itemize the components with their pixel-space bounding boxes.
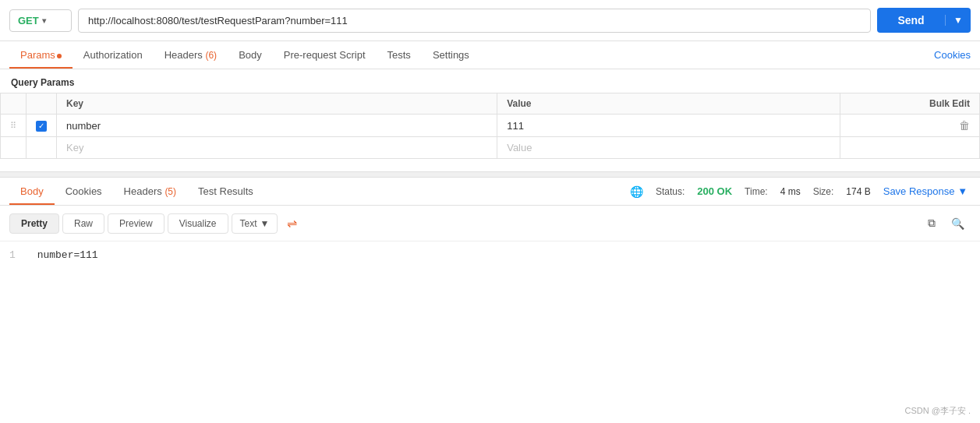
status-label: Status: [656, 186, 685, 197]
row-checkbox[interactable]: ✓ [36, 121, 47, 132]
empty-key[interactable]: Key [57, 137, 497, 159]
col-value: Value [497, 93, 840, 115]
response-tab-test-results[interactable]: Test Results [187, 178, 264, 205]
table-row: ⠿ ✓ number 111 🗑 [1, 115, 980, 137]
status-value: 200 OK [697, 185, 732, 197]
tab-pre-request-script[interactable]: Pre-request Script [273, 41, 377, 69]
row-delete-cell: 🗑 [840, 115, 979, 137]
row-checkbox-cell[interactable]: ✓ [27, 115, 57, 137]
method-value: GET [18, 15, 39, 26]
cookies-link[interactable]: Cookies [934, 49, 971, 61]
empty-bulk [840, 137, 979, 159]
size-label: Size: [813, 186, 834, 197]
search-response-icon[interactable]: 🔍 [945, 214, 971, 233]
format-btn-raw[interactable]: Raw [62, 213, 104, 234]
row-key[interactable]: number [57, 115, 497, 137]
request-tabs-row: Params Authorization Headers (6) Body Pr… [0, 41, 980, 69]
save-response-button[interactable]: Save Response ▼ [883, 185, 968, 197]
line-number: 1 [9, 249, 16, 261]
col-bulk-edit[interactable]: Bulk Edit [840, 93, 979, 115]
time-value: 4 ms [780, 186, 801, 197]
empty-row: Key Value [1, 137, 980, 159]
size-value: 174 B [846, 186, 870, 197]
url-bar: GET ▾ Send ▼ [0, 0, 980, 41]
response-panel: Body Cookies Headers (5) Test Results 🌐 … [0, 178, 980, 269]
response-tab-headers[interactable]: Headers (5) [113, 178, 187, 205]
format-btn-visualize[interactable]: Visualize [168, 213, 228, 234]
send-button[interactable]: Send ▼ [877, 8, 971, 33]
code-area: 1 number=111 [0, 241, 980, 269]
code-line: 1 number=111 [9, 249, 971, 261]
empty-drag-handle [1, 137, 27, 159]
format-bar: Pretty Raw Preview Visualize Text ▼ ⇌ ⧉ … [0, 206, 980, 241]
params-dot [57, 54, 62, 58]
response-status-row: 🌐 Status: 200 OK Time: 4 ms Size: 174 B … [630, 185, 971, 198]
tab-params[interactable]: Params [9, 41, 73, 69]
response-tab-body[interactable]: Body [9, 178, 55, 205]
format-btn-pretty[interactable]: Pretty [9, 213, 59, 234]
headers-badge: (6) [205, 50, 217, 61]
wrap-icon[interactable]: ⇌ [281, 212, 303, 234]
response-headers-badge: (5) [165, 186, 176, 197]
method-chevron-icon: ▾ [42, 16, 46, 25]
row-value[interactable]: 111 [497, 115, 840, 137]
tab-settings[interactable]: Settings [422, 41, 480, 69]
code-content: number=111 [37, 249, 98, 261]
tab-tests[interactable]: Tests [377, 41, 422, 69]
format-btn-preview[interactable]: Preview [108, 213, 165, 234]
tab-authorization[interactable]: Authorization [73, 41, 154, 69]
copy-icon[interactable]: ⧉ [922, 213, 942, 233]
params-table: Key Value Bulk Edit ⠿ ✓ number 111 🗑 Key… [0, 93, 980, 159]
method-select[interactable]: GET ▾ [9, 9, 72, 32]
panel-divider [0, 171, 980, 178]
tab-body[interactable]: Body [228, 41, 273, 69]
format-type-dropdown[interactable]: Text ▼ [232, 213, 278, 234]
response-tab-cookies[interactable]: Cookies [55, 178, 113, 205]
time-label: Time: [745, 186, 768, 197]
send-label: Send [877, 14, 945, 26]
globe-icon: 🌐 [630, 185, 643, 198]
empty-checkbox [27, 137, 57, 159]
url-input[interactable] [78, 9, 871, 33]
query-params-label: Query Params [0, 69, 980, 93]
send-dropdown-icon[interactable]: ▼ [945, 15, 971, 26]
col-key: Key [57, 93, 497, 115]
format-chevron-icon: ▼ [260, 218, 270, 229]
empty-value[interactable]: Value [497, 137, 840, 159]
delete-row-icon[interactable]: 🗑 [959, 119, 970, 132]
response-tabs-row: Body Cookies Headers (5) Test Results 🌐 … [0, 178, 980, 206]
drag-handle[interactable]: ⠿ [1, 115, 27, 137]
tab-headers[interactable]: Headers (6) [154, 41, 228, 69]
